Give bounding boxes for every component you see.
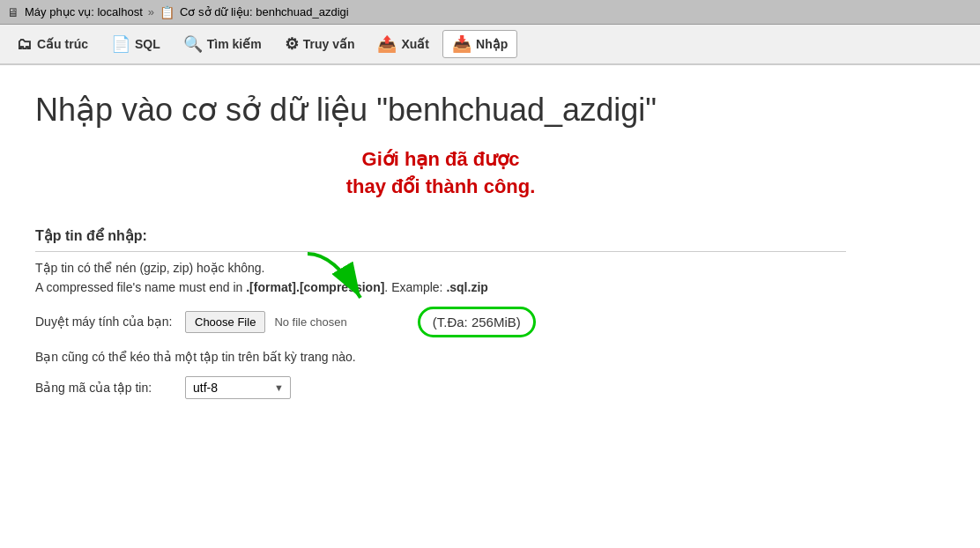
- encoding-row: Bảng mã của tập tin: utf-8 latin1 utf-16…: [35, 376, 846, 399]
- db-label: Cơ sở dữ liệu: benhchuad_azdigi: [180, 5, 349, 19]
- info-line2a: A compressed file's name must end in: [35, 280, 246, 294]
- no-file-text: No file chosen: [274, 315, 346, 329]
- encoding-select[interactable]: utf-8 latin1 utf-16 ascii: [185, 376, 291, 399]
- encoding-label: Bảng mã của tập tin:: [35, 381, 176, 395]
- section-label: Tập tin để nhập:: [35, 227, 846, 252]
- cautruc-icon: 🗂: [17, 35, 33, 54]
- server-icon: 🖥: [7, 5, 19, 19]
- breadcrumb-arrow: »: [148, 5, 154, 19]
- page-title: Nhập vào cơ sở dữ liệu "benhchuad_azdigi…: [35, 92, 846, 129]
- timkiem-label: Tìm kiếm: [207, 37, 262, 51]
- choose-file-button[interactable]: Choose File: [185, 311, 265, 333]
- truyvan-icon: ⚙: [285, 34, 299, 54]
- main-content: Nhập vào cơ sở dữ liệu "benhchuad_azdigi…: [0, 65, 881, 426]
- xuat-label: Xuất: [401, 37, 429, 51]
- toolbar-item-nhap[interactable]: 📥 Nhập: [442, 30, 517, 58]
- timkiem-icon: 🔍: [183, 34, 203, 54]
- file-input-row: Duyệt máy tính của bạn: Choose File No f…: [35, 307, 846, 337]
- xuat-icon: 📤: [377, 34, 397, 54]
- success-message: Giới hạn đã đượcthay đổi thành công.: [35, 146, 846, 201]
- toolbar-item-truyvan[interactable]: ⚙ Truy vấn: [275, 30, 365, 58]
- info-line-1: Tập tin có thể nén (gzip, zip) hoặc khôn…: [35, 261, 846, 275]
- file-input-group: Choose File No file chosen: [185, 311, 347, 333]
- toolbar-item-sql[interactable]: 📄 SQL: [101, 30, 170, 58]
- sql-icon: 📄: [111, 34, 130, 54]
- encoding-select-wrapper: utf-8 latin1 utf-16 ascii: [185, 376, 291, 399]
- toolbar-item-cautruc[interactable]: 🗂 Cấu trúc: [7, 31, 98, 58]
- arrow-svg: [299, 249, 387, 311]
- drag-text: Bạn cũng có thể kéo thả một tập tin trên…: [35, 350, 846, 364]
- toolbar-item-xuat[interactable]: 📤 Xuất: [368, 30, 439, 58]
- info-line-2: A compressed file's name must end in .[f…: [35, 280, 846, 294]
- db-icon: 📋: [160, 5, 174, 19]
- info-line2d: .sql.zip: [446, 280, 487, 294]
- nhap-icon: 📥: [452, 34, 471, 54]
- toolbar: 🗂 Cấu trúc 📄 SQL 🔍 Tìm kiếm ⚙ Truy vấn 📤…: [0, 25, 980, 65]
- toolbar-item-timkiem[interactable]: 🔍 Tìm kiếm: [174, 30, 271, 58]
- nhap-label: Nhập: [476, 37, 508, 51]
- max-size-badge: (T.Đa: 256MiB): [418, 307, 536, 337]
- sql-label: SQL: [135, 37, 160, 51]
- file-input-label: Duyệt máy tính của bạn:: [35, 315, 176, 329]
- cautruc-label: Cấu trúc: [37, 37, 88, 51]
- max-size-container: (T.Đa: 256MiB): [382, 307, 536, 337]
- info-line2c: . Example:: [384, 280, 446, 294]
- server-label: Máy phục vụ: localhost: [25, 5, 143, 19]
- title-bar: 🖥 Máy phục vụ: localhost » 📋 Cơ sở dữ li…: [0, 0, 980, 25]
- truyvan-label: Truy vấn: [303, 37, 355, 51]
